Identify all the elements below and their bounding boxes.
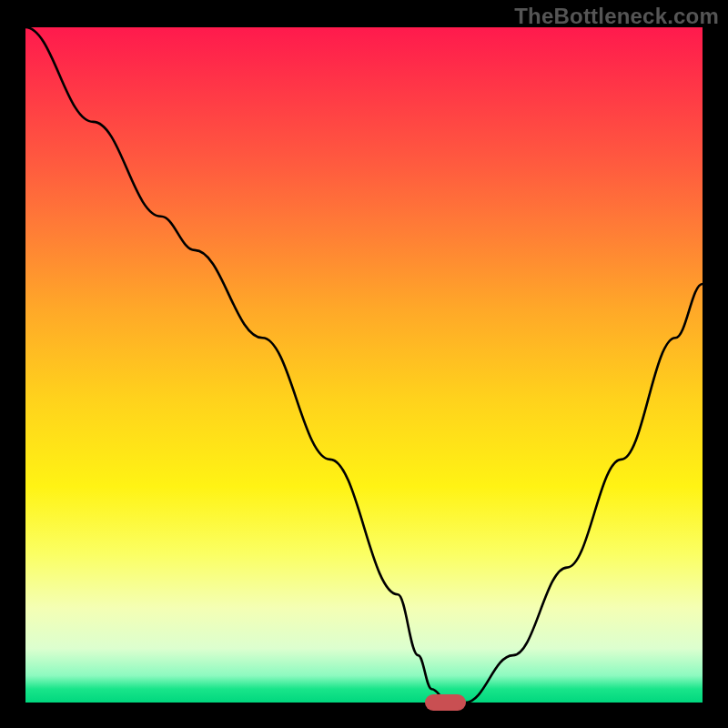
watermark-text: TheBottleneck.com [514, 4, 719, 29]
bottleneck-curve [25, 27, 703, 703]
curve-path [25, 27, 703, 703]
optimal-marker [425, 694, 466, 711]
chart-frame: TheBottleneck.com [0, 0, 728, 728]
plot-area [25, 27, 703, 703]
